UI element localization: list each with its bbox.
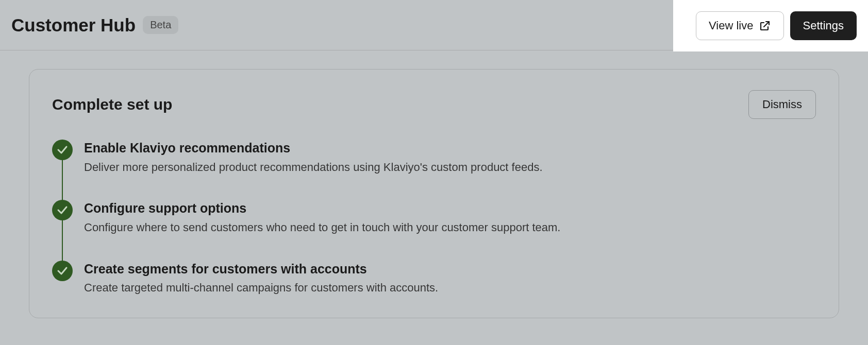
setup-card: Complete set up Dismiss Enable Klaviyo r… [29, 69, 839, 318]
header-actions: View live Settings [673, 0, 868, 51]
setup-card-title: Complete set up [52, 96, 172, 113]
step-connector [62, 219, 63, 262]
step-description: Deliver more personalized product recomm… [84, 160, 816, 176]
view-live-button[interactable]: View live [696, 11, 783, 40]
step-body: Configure support options Configure wher… [84, 200, 816, 235]
dismiss-button[interactable]: Dismiss [748, 90, 816, 119]
setup-card-header: Complete set up Dismiss [52, 90, 816, 119]
beta-badge: Beta [143, 16, 178, 34]
step-body: Enable Klaviyo recommendations Deliver m… [84, 140, 816, 175]
step-title: Create segments for customers with accou… [84, 261, 816, 278]
step-title: Enable Klaviyo recommendations [84, 140, 816, 157]
settings-label: Settings [803, 19, 844, 32]
page-title: Customer Hub [11, 15, 136, 36]
view-live-label: View live [709, 19, 753, 32]
step-body: Create segments for customers with accou… [84, 261, 816, 296]
setup-step: Create segments for customers with accou… [52, 261, 816, 296]
step-description: Configure where to send customers who ne… [84, 220, 816, 236]
header-left: Customer Hub Beta [11, 15, 178, 36]
settings-button[interactable]: Settings [790, 11, 857, 40]
step-description: Create targeted multi-channel campaigns … [84, 280, 816, 296]
setup-step: Enable Klaviyo recommendations Deliver m… [52, 140, 816, 200]
external-link-icon [759, 20, 771, 32]
step-connector [62, 159, 63, 202]
check-icon [52, 200, 73, 220]
setup-steps: Enable Klaviyo recommendations Deliver m… [52, 140, 816, 296]
setup-step: Configure support options Configure wher… [52, 200, 816, 260]
check-icon [52, 261, 73, 281]
step-title: Configure support options [84, 200, 816, 217]
check-icon [52, 140, 73, 160]
